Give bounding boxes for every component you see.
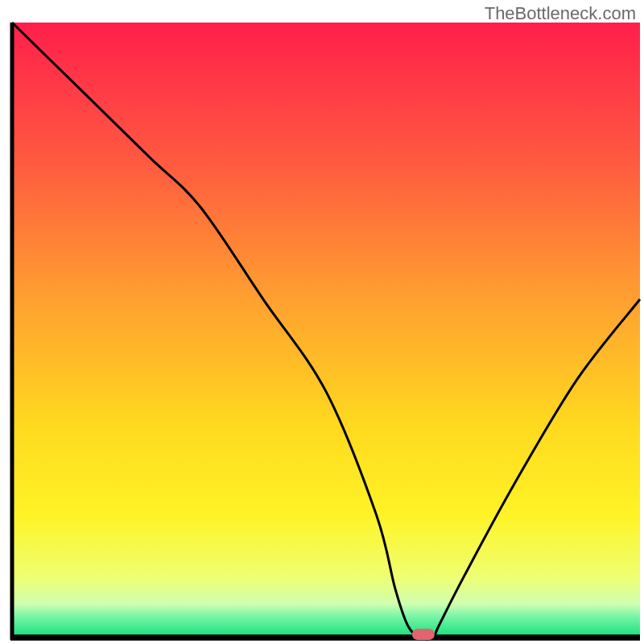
chart-svg	[0, 0, 644, 644]
watermark-text: TheBottleneck.com	[485, 3, 636, 24]
optimum-marker	[412, 629, 435, 640]
bottleneck-chart: TheBottleneck.com	[0, 0, 644, 644]
